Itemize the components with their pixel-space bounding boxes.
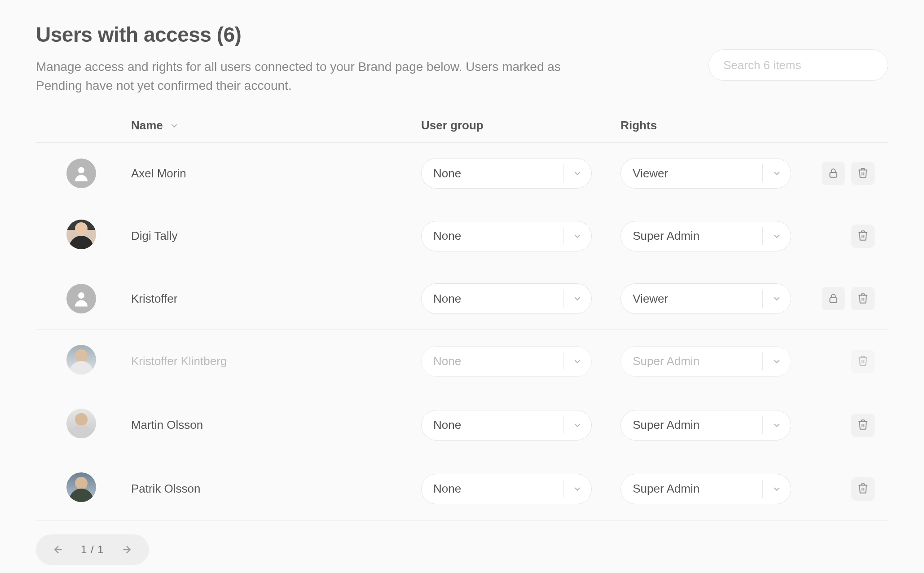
user-rights-select[interactable]: Viewer [620,158,791,189]
chevron-down-icon [572,168,582,178]
user-group-select[interactable]: None [421,474,592,504]
svg-point-0 [78,167,84,173]
chevron-down-icon [572,294,582,304]
user-rights-value: Super Admin [633,354,700,368]
trash-icon [857,229,869,242]
user-rights-value: Super Admin [633,482,700,496]
user-group-value: None [433,482,461,496]
svg-rect-1 [830,172,836,177]
avatar [66,409,96,438]
avatar [66,220,96,249]
user-group-value: None [433,229,461,243]
avatar [66,472,96,502]
user-rights-value: Super Admin [633,229,700,243]
delete-button [851,350,875,373]
chevron-down-icon [572,420,582,430]
user-group-select[interactable]: None [421,410,592,441]
user-rights-value: Super Admin [633,418,700,432]
user-group-select[interactable]: None [421,158,592,189]
delete-button[interactable] [851,477,875,501]
pagination: 1 / 1 [36,534,149,565]
lock-icon [827,167,839,180]
user-group-select[interactable]: None [421,283,592,314]
trash-icon [857,167,869,180]
chevron-down-icon [572,484,582,494]
user-group-value: None [433,167,461,181]
avatar [66,345,96,375]
prev-page-button[interactable] [49,541,67,559]
column-header-name[interactable]: Name [131,119,179,132]
avatar [66,284,96,313]
user-group-select: None [421,346,592,377]
next-page-button[interactable] [118,541,136,559]
arrow-left-icon [53,544,64,555]
trash-icon [857,355,869,368]
delete-button[interactable] [851,287,875,310]
user-name: Axel Morin [131,167,186,180]
chevron-down-icon [772,484,782,494]
user-name: Digi Tally [131,229,178,242]
user-name: Kristoffer [131,292,178,305]
chevron-down-icon [772,420,782,430]
chevron-down-icon [572,357,582,366]
column-header-group: User group [417,109,616,143]
svg-rect-3 [830,297,836,302]
user-rights-select[interactable]: Super Admin [620,474,791,504]
chevron-down-icon [572,231,582,241]
table-row: KristofferNoneViewer [36,268,888,330]
table-row: Digi TallyNoneSuper Admin [36,204,888,268]
users-table: Name User group Rights Axel MorinNoneVie… [36,109,888,521]
chevron-down-icon [772,168,782,178]
table-row: Axel MorinNoneViewer [36,143,888,204]
search-input[interactable] [708,49,888,81]
page-indicator: 1 / 1 [81,543,104,556]
user-group-value: None [433,354,461,368]
user-group-value: None [433,292,461,306]
page-title: Users with access (6) [36,22,575,47]
chevron-down-icon [169,121,179,131]
user-rights-select: Super Admin [620,346,791,377]
table-row: Martin OlssonNoneSuper Admin [36,393,888,457]
trash-icon [857,292,869,305]
user-name: Martin Olsson [131,418,203,432]
arrow-right-icon [121,544,132,555]
user-rights-value: Viewer [633,167,668,181]
chevron-down-icon [772,357,782,366]
chevron-down-icon [772,231,782,241]
table-row: Patrik OlssonNoneSuper Admin [36,457,888,521]
user-rights-select[interactable]: Super Admin [620,221,791,251]
chevron-down-icon [772,294,782,304]
svg-point-2 [78,292,84,299]
delete-button[interactable] [851,414,875,437]
user-group-value: None [433,418,461,432]
avatar [66,159,96,188]
table-row: Kristoffer KlintbergNoneSuper Admin [36,330,888,393]
column-header-rights: Rights [616,109,815,143]
user-rights-select[interactable]: Viewer [620,283,791,314]
lock-icon [827,292,839,305]
lock-button[interactable] [822,162,845,185]
trash-icon [857,419,869,432]
user-rights-select[interactable]: Super Admin [620,410,791,441]
user-group-select[interactable]: None [421,221,592,251]
delete-button[interactable] [851,225,875,248]
user-rights-value: Viewer [633,292,668,306]
user-name: Kristoffer Klintberg [131,354,227,368]
delete-button[interactable] [851,162,875,185]
column-name-label: Name [131,119,163,132]
lock-button[interactable] [822,287,845,310]
user-name: Patrik Olsson [131,482,201,495]
trash-icon [857,482,869,495]
page-header: Users with access (6) Manage access and … [36,22,888,95]
page-subtitle: Manage access and rights for all users c… [36,57,575,95]
